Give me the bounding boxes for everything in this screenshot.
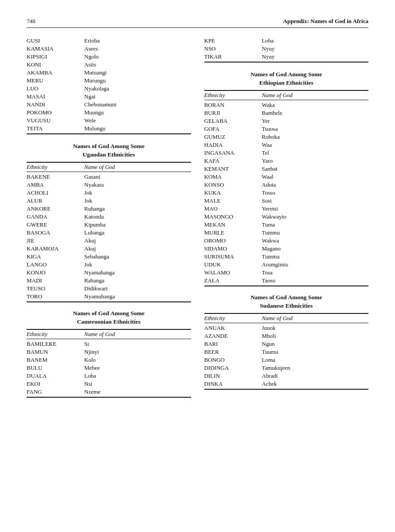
ethnicity-cell: MERU xyxy=(27,77,84,84)
ethnicity-cell: LANGO xyxy=(27,261,84,268)
god-name-cell: Tsuosa xyxy=(262,125,369,133)
table-row: BARINgun xyxy=(204,340,369,348)
table-row: BONGOLoma xyxy=(204,356,369,364)
table-row: KAMASIAAsees xyxy=(27,45,191,53)
table-row: TIKARNyuy xyxy=(204,53,369,61)
ethnicity-cell: KIGA xyxy=(27,253,84,260)
ethnicity-cell: GELABA xyxy=(204,117,262,125)
table-row: BURJIBambele xyxy=(204,109,369,117)
ethnicity-cell: SURISUMA xyxy=(204,253,262,260)
ethnicity-cell: ALUR xyxy=(27,197,84,204)
table-row: MASONGOWakwayio xyxy=(204,213,369,221)
god-name-cell: Mebee xyxy=(84,364,191,372)
god-name-cell: Sanbat xyxy=(262,165,369,172)
ethnicity-cell: POKOMO xyxy=(27,109,84,116)
table-row: BULUMebee xyxy=(27,364,191,372)
ugandan-col-name: Name of God xyxy=(84,164,191,171)
ethnicity-cell: KONSO xyxy=(204,181,262,188)
god-name-cell: Tummu xyxy=(262,229,369,236)
ethnicity-cell: BAKENE xyxy=(27,173,84,180)
table-row: POKOMOMuungu xyxy=(27,109,191,117)
god-name-cell: Erioba xyxy=(84,37,191,44)
table-row: INGASANATel xyxy=(204,149,369,157)
ethnicity-cell: INGASANA xyxy=(204,149,262,156)
ethnicity-cell: EKOI xyxy=(27,380,84,387)
god-name-cell: Njinyi xyxy=(84,348,191,356)
ethnicity-cell: GOFA xyxy=(204,125,262,133)
ethnicity-cell: MEKAN xyxy=(204,221,262,228)
god-name-cell: Loba xyxy=(84,372,191,379)
god-name-cell: Rabanga xyxy=(84,277,191,284)
god-name-cell: Lubanga xyxy=(84,229,191,236)
god-name-cell: Mboli xyxy=(262,332,369,340)
ethnicity-cell: WALAMO xyxy=(204,269,262,276)
sudanese-col-name: Name of God xyxy=(262,315,369,322)
right-top-list: KPELobaNSONyuyTIKARNyuy xyxy=(204,37,369,61)
table-row: GUSIErioba xyxy=(27,37,191,45)
god-name-cell: Murungu xyxy=(84,77,191,84)
table-row: VUGUSUWele xyxy=(27,117,191,125)
table-row: BEERTuumu xyxy=(204,348,369,356)
table-row: BASOGALubanga xyxy=(27,229,191,237)
god-name-cell: Tosa xyxy=(262,269,369,276)
ugandan-title: Names of God Among Some Ugandan Ethnicit… xyxy=(27,142,191,159)
table-row: KEMANTSanbat xyxy=(204,165,369,173)
ethnicity-cell: TEUSO xyxy=(27,285,84,292)
sudanese-title: Names of God Among Some Sudanese Ethnici… xyxy=(204,293,369,310)
ethiopian-section: Names of God Among Some Ethiopian Ethnic… xyxy=(204,70,369,286)
table-row: AMBANyakara xyxy=(27,181,191,189)
god-name-cell: Jok xyxy=(84,197,191,204)
ethnicity-cell: DINKA xyxy=(204,380,262,387)
ethnicity-cell: DIDINGA xyxy=(204,364,262,372)
ethnicity-cell: KAFA xyxy=(204,157,262,164)
table-row: ACHOLIJok xyxy=(27,189,191,197)
ethnicity-cell: KAMASIA xyxy=(27,45,84,52)
god-name-cell: Yeretsi xyxy=(262,205,369,212)
ethnicity-cell: BONGO xyxy=(204,356,262,364)
page-header: 748 Appendix: Names of God in Africa xyxy=(27,18,368,28)
table-row: MURLETummu xyxy=(204,229,369,237)
table-row: MEKANTuma xyxy=(204,221,369,229)
ethnicity-cell: VUGUSU xyxy=(27,117,84,124)
god-name-cell: Loba xyxy=(262,37,369,44)
god-name-cell: Ruhanga xyxy=(84,205,191,212)
ethnicity-cell: TORO xyxy=(27,293,84,300)
sudanese-col-ethnicity: Ethnicity xyxy=(204,315,262,322)
ethiopian-title: Names of God Among Some Ethiopian Ethnic… xyxy=(204,70,369,87)
cameroonian-title: Names of God Among Some Cameroonian Ethn… xyxy=(27,309,191,326)
god-name-cell: Katonda xyxy=(84,213,191,220)
ethnicity-cell: BASOGA xyxy=(27,229,84,236)
ethnicity-cell: TEITA xyxy=(27,125,84,132)
table-row: GELABAYer xyxy=(204,117,369,125)
table-row: KONJONyamahanga xyxy=(27,269,191,277)
god-name-cell: Roboka xyxy=(262,133,369,141)
table-row: SURISUMATumma xyxy=(204,253,369,261)
left-top-list: GUSIEriobaKAMASIAAseesKIPSIGINgoloKONIAs… xyxy=(27,37,191,133)
ethnicity-cell: HADIA xyxy=(204,141,262,149)
ethiopian-rows: BORANWakaBURJIBambeleGELABAYerGOFATsuosa… xyxy=(204,101,369,285)
table-row: ANUAKJuuok xyxy=(204,324,369,332)
ethnicity-cell: BULU xyxy=(27,364,84,372)
god-name-cell: Tumma xyxy=(262,253,369,260)
ethnicity-cell: KUKA xyxy=(204,189,262,196)
god-name-cell: Chebonamuni xyxy=(84,101,191,108)
ethnicity-cell: GANDA xyxy=(27,213,84,220)
ethnicity-cell: JIE xyxy=(27,237,84,244)
table-row: GWEREKipumba xyxy=(27,221,191,229)
ethnicity-cell: LUO xyxy=(27,85,84,92)
table-row: ANKORERuhanga xyxy=(27,205,191,213)
ethnicity-cell: KONJO xyxy=(27,269,84,276)
table-row: AZANDEMboli xyxy=(204,332,369,340)
god-name-cell: Abradi xyxy=(262,372,369,379)
ugandan-rows: BAKENEGasaniAMBANyakaraACHOLIJokALURJokA… xyxy=(27,173,191,301)
god-name-cell: Asiis xyxy=(84,61,191,68)
ethnicity-cell: ZALA xyxy=(204,277,262,284)
god-name-cell: Loma xyxy=(262,356,369,364)
table-row: MAOYeretsi xyxy=(204,205,369,213)
god-name-cell: Kipumba xyxy=(84,221,191,228)
cameroonian-header: Ethnicity Name of God xyxy=(27,329,191,339)
ethnicity-cell: AMBA xyxy=(27,181,84,188)
table-row: BANEMKolo xyxy=(27,356,191,364)
table-row: KIGASebahanga xyxy=(27,253,191,261)
god-name-cell: Nyuy xyxy=(262,53,369,60)
